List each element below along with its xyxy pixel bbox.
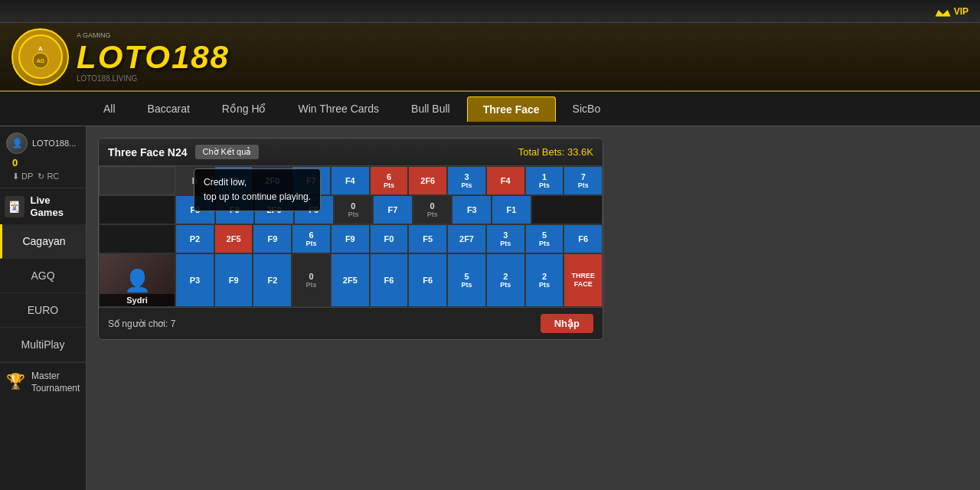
grid-row-3-cells: P2 2F5 F9 6Pts F9 F0 F5 2F7 3Pts 5Pts F6 [175, 224, 603, 253]
game-card-header: Three Face N24 Chờ Kết quả Total Bets: 3… [99, 139, 603, 166]
grid-cell-three-face: THREE FACE [564, 253, 603, 307]
vip-icon [936, 6, 951, 17]
grid-cell-p3: P3 [175, 253, 214, 307]
top-bar: VIP [0, 0, 980, 23]
grid-cell-f3: F3 [452, 195, 492, 224]
grid-row-2: F8 F9 2F0 F6 0Pts F7 0Pts F3 F1 [99, 195, 603, 224]
grid-cell-f2: F2 [253, 253, 292, 307]
tab-win-three-cards[interactable]: Win Three Cards [283, 96, 395, 121]
tab-all[interactable]: All [88, 96, 131, 121]
tab-three-face[interactable]: Three Face [467, 96, 556, 122]
grid-row-4-cells: P3 F9 F2 0Pts 2F5 F6 F6 5Pts 2Pts 2Pts T… [175, 253, 603, 307]
cards-icon: 🃏 [5, 196, 24, 217]
username: LOTO188... [32, 139, 76, 148]
balance: 0 [12, 157, 80, 168]
game-footer: Số người chơi: 7 Nhập [99, 307, 603, 339]
nav-tabs: All Baccarat Rồng Hổ Win Three Cards Bul… [0, 92, 980, 126]
tooltip-line1: Credit low, [204, 175, 311, 190]
grid-cell-f6-4: F6 [370, 253, 409, 307]
user-row: 👤 LOTO188... [6, 132, 80, 154]
grid-cell-player-sydri: 👤 Sydri [99, 253, 175, 307]
grid-cell-player-2 [99, 195, 175, 224]
grid-cell-f9-4: F9 [331, 224, 370, 253]
content-area: Three Face N24 Chờ Kết quả Total Bets: 3… [87, 126, 980, 490]
game-title: Three Face N24 [108, 146, 188, 158]
tab-bull-bull[interactable]: Bull Bull [396, 96, 466, 121]
logo-main-text: LOTO188 [77, 39, 230, 76]
sydri-name-label: Sydri [100, 294, 175, 306]
grid-cell-empty-2 [531, 195, 603, 224]
tooltip-line2: top up to continue playing. [204, 190, 311, 204]
grid-cell-5pts-1: 5Pts [525, 224, 564, 253]
grid-cell-0pts-1: 0Pts [334, 195, 374, 224]
sidebar-item-euro[interactable]: EURO [0, 293, 86, 328]
player-count-value: 7 [171, 318, 176, 329]
main-layout: 👤 LOTO188... 0 ⬇ DP ↻ RC 🃏 Live Games Ca… [0, 126, 980, 490]
sidebar-item-agq[interactable]: AGQ [0, 259, 86, 293]
grid-cell-0pts-3: 0Pts [292, 253, 331, 307]
player-count: Số người chơi: 7 [108, 318, 175, 329]
sidebar-item-live-games[interactable]: 🃏 Live Games [0, 188, 86, 224]
action-icons: ⬇ DP ↻ RC [12, 172, 80, 181]
sidebar-item-multiplay[interactable]: MultiPlay [0, 328, 86, 362]
svg-text:AG: AG [36, 58, 44, 64]
grid-cell-player-header [99, 166, 175, 195]
grid-cell-5pts-2: 5Pts [447, 253, 486, 307]
grid-cell-f9-3: F9 [253, 224, 292, 253]
total-bets-label: Total Bets: [518, 146, 565, 158]
grid-row-3: P2 2F5 F9 6Pts F9 F0 F5 2F7 3Pts 5Pts F6 [99, 224, 603, 253]
sidebar: 👤 LOTO188... 0 ⬇ DP ↻ RC 🃏 Live Games Ca… [0, 126, 87, 490]
logo-circle: A AG [11, 28, 69, 86]
grid-cell-f5: F5 [408, 224, 447, 253]
tooltip-overlay: Credit low, top up to continue playing. [194, 168, 321, 211]
grid-cell-1pts: 1Pts [525, 166, 564, 195]
tab-sicbo[interactable]: SicBo [557, 96, 616, 121]
vip-badge[interactable]: VIP [936, 6, 969, 17]
grid-cell-f9-5: F9 [214, 253, 253, 307]
grid-cell-f0-2: F0 [370, 224, 409, 253]
trophy-icon: 🏆 [6, 372, 25, 394]
grid-cell-2f6: 2F6 [408, 166, 447, 195]
header: A AG A GAMING LOTO188 LOTO188.LIVING [0, 23, 980, 92]
grid-cell-f4-2: F4 [486, 166, 525, 195]
grid-cell-2f7: 2F7 [447, 224, 486, 253]
grid-cell-6pts-2: 6Pts [292, 224, 331, 253]
grid-cell-f1: F1 [492, 195, 531, 224]
grid-cell-3pts-1: 3Pts [447, 166, 486, 195]
logo-sub-label: A GAMING [77, 31, 111, 39]
game-card: Three Face N24 Chờ Kết quả Total Bets: 3… [98, 138, 603, 340]
grid-cell-p2: P2 [175, 224, 214, 253]
grid-cell-2pts-2: 2Pts [525, 253, 564, 307]
player-count-label: Số người chơi: [108, 318, 168, 329]
grid-cell-7pts: 7Pts [564, 166, 603, 195]
brand-url: LOTO188.LIVING [77, 74, 230, 83]
grid-cell-2pts-1: 2Pts [486, 253, 525, 307]
sidebar-item-master-tournament[interactable]: 🏆 Master Tournament [0, 362, 86, 402]
result-button[interactable]: Chờ Kết quả [195, 145, 260, 159]
rc-icon[interactable]: ↻ RC [38, 172, 59, 181]
logo-area: A AG A GAMING LOTO188 LOTO188.LIVING [11, 28, 230, 86]
grid-row-1: B F0 2F0 F7 F4 6Pts 2F6 3Pts F4 1Pts 7Pt… [99, 166, 603, 195]
master-tournament-label: Master Tournament [31, 371, 80, 394]
tab-rong-ho[interactable]: Rồng Hổ [207, 96, 282, 121]
grid-cell-2f5-2: 2F5 [331, 253, 370, 307]
total-bets: Total Bets: 33.6K [518, 146, 593, 158]
grid-cell-f6-5: F6 [408, 253, 447, 307]
grid-cell-2f5-1: 2F5 [214, 224, 253, 253]
live-games-label: Live Games [31, 194, 82, 218]
total-bets-value: 33.6K [567, 146, 593, 158]
grid-row-4: 👤 Sydri P3 F9 F2 0Pts 2F5 F6 F6 5Pts 2Pt… [99, 253, 603, 307]
avatar: 👤 [6, 132, 28, 154]
grid-cell-6pts-1: 6Pts [370, 166, 409, 195]
vip-label: VIP [954, 6, 969, 17]
grid-cell-0pts-2: 0Pts [413, 195, 452, 224]
tab-baccarat[interactable]: Baccarat [132, 96, 205, 121]
grid-cell-f4-1: F4 [331, 166, 370, 195]
sidebar-item-cagayan[interactable]: Cagayan [0, 224, 86, 259]
grid-cell-3pts-2: 3Pts [486, 224, 525, 253]
join-button[interactable]: Nhập [541, 314, 593, 333]
user-area: 👤 LOTO188... 0 ⬇ DP ↻ RC [0, 126, 86, 188]
grid-cell-f7-2: F7 [373, 195, 413, 224]
deposit-icon[interactable]: ⬇ DP [12, 172, 33, 181]
grid-cell-player-3 [99, 224, 175, 253]
